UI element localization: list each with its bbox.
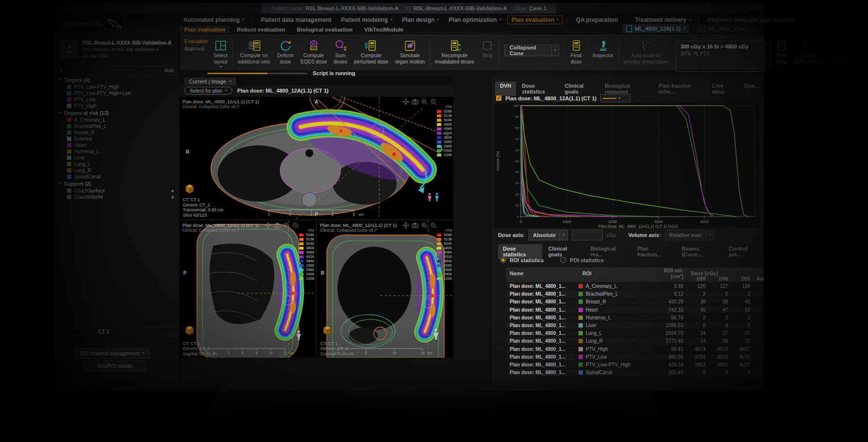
compute-eqd2-button[interactable]: EQD2ComputeEQD2 dose [297,38,330,65]
roi-section-title[interactable]: ▾Targets (4) [54,76,179,84]
dvh-chart[interactable]: 010203040506070809010001000200030004000P… [494,103,760,229]
camera-icon[interactable] [412,98,418,106]
inspector-button[interactable]: Inspector [589,38,617,60]
sidebar-roi-breast-r[interactable]: Breast_R [54,129,179,136]
pan-icon[interactable] [265,222,272,230]
roi-statistics-radio[interactable]: ROI statistics [500,257,544,263]
tab-biological-evaluation[interactable]: Biological evaluation [292,26,357,33]
plan-setup-button[interactable]: Plansetup▾ [772,38,791,70]
orientation-cube-icon[interactable] [184,183,195,195]
poi-statistics-radio[interactable]: POI statistics [560,257,604,263]
zoom-in-icon[interactable] [421,222,428,230]
dvh-tab-line-dose[interactable]: Line dose [707,81,739,96]
stats-tab-beams-curre-[interactable]: Beams (Curre... [677,244,723,259]
table-row[interactable]: Plan dose: ML_4800_1...A_Coronary_L3.391… [506,283,764,290]
table-row[interactable]: Plan dose: ML_4800_1...Humerus_L50.74223 [506,314,764,322]
zoom-out-icon[interactable] [430,98,437,106]
zoom-out-icon[interactable] [430,222,437,230]
export-dvh-button[interactable]: ExportDVH curves [791,38,825,65]
sidebar-roi-brachialplex-l[interactable]: BrachialPlex_L [54,123,179,129]
sidebar-roi-couchinterior[interactable]: CouchInterior★ [54,194,179,200]
zoom-in-icon[interactable] [421,98,428,106]
dose-axis-value-input[interactable] [572,230,603,240]
orientation-cube-icon[interactable] [321,325,333,336]
sidebar-roi-lung-r[interactable]: Lung_R [54,167,179,174]
stats-tab-control-poi-[interactable]: Control poi... [724,244,764,259]
menu-item-qa-preparation[interactable]: QA preparation [572,16,622,24]
compute-additional-sets-button[interactable]: Compute onadditional sets [234,38,273,65]
dvh-tab-qua-[interactable]: Qua... [739,81,764,96]
table-row[interactable]: Plan dose: ML_4800_1...PTV_High58.414574… [506,346,764,353]
sidebar-roi-ptv-low[interactable]: PTV_Low [54,96,179,103]
pan-icon[interactable] [402,222,409,230]
sidebar-roi-ptv-low-ptv-high[interactable]: PTV_Low-PTV_High [54,84,179,90]
tab-robust-evaluation[interactable]: Robust evaluation [232,26,290,33]
menu-item-plan-optimization[interactable]: Plan optimization▾ [445,16,505,24]
sidebar-roi-spinalcanal[interactable]: SpinalCanal [54,174,179,180]
sidebar-roi-liver[interactable]: Liver [54,155,179,161]
sidebar-roi-heart[interactable]: Heart [54,142,179,148]
viewport-axial[interactable]: Plan dose: ML_4800_12A(1.1) (CT 1) Clini… [179,97,453,219]
dose-engine-select[interactable]: Collapsed Cone▾ [504,45,559,56]
tab-plan-evaluation[interactable]: Plan evaluation [179,26,230,33]
menu-item-patient-data-management[interactable]: Patient data management [257,16,335,24]
simulate-organ-motion-button[interactable]: Simulateorgan motion [392,38,428,65]
filter-icon[interactable]: ▾ [60,68,63,73]
dose-axis-select[interactable]: Absolute ▾ [529,230,568,240]
table-row[interactable]: Plan dose: ML_4800_1...Breast_R430.29363… [506,298,764,306]
select-for-plan-button[interactable]: Select for plan▾ [184,87,232,95]
menu-item-regimen-template-specification[interactable]: Regimen template specification [704,16,799,24]
table-row[interactable]: Plan dose: ML_4800_1...Liver1095.53000 [506,322,764,330]
roi-poi-details-button[interactable]: ROI/POI details [83,361,146,371]
menu-item-patient-modeling[interactable]: Patient modeling▾ [337,16,396,24]
roi-material-management-button[interactable]: ROI material management▾ [75,348,149,359]
sidebar-roi-a-coronary-l[interactable]: A_Coronary_L [54,117,179,123]
viewport-sagittal[interactable]: Plan dose: ML_4800_12A(1.1) (CT 1) Clini… [179,221,316,358]
orientation-cube-icon[interactable] [184,325,195,336]
table-row[interactable]: Plan dose: ML_4800_1...PTV_Low-PTV_High4… [506,361,764,369]
recompute-invalidated-button[interactable]: Recomputeinvalidated doses [432,38,478,65]
plan-dose-checkbox[interactable]: ✓ [496,95,501,101]
sidebar-roi-external[interactable]: External [54,136,179,142]
viewport-coronal[interactable]: Plan dose: ML_4800_12A(1.1) (CT 1) Clini… [317,221,453,358]
camera-icon[interactable] [274,222,281,230]
table-row[interactable]: Plan dose: ML_4800_1...Heart742.33454752 [506,306,764,314]
sidebar-roi-ptv-high[interactable]: PTV_High [54,103,179,109]
export-line-doses-button[interactable]: Exportline doses [825,38,855,65]
plan-dropdown[interactable]: ML_4800_12A(1.1) ▾ [622,24,689,33]
sidebar-roi-humerus-l[interactable]: Humerus_L [54,148,179,155]
zoom-out-icon[interactable] [292,222,299,230]
menu-item-plan-evaluation[interactable]: Plan evaluation▾ [507,16,563,24]
table-row[interactable]: Plan dose: ML_4800_1...BrachialPlex_L9.1… [506,290,764,298]
side-tab-evaluation[interactable]: Evaluation [184,38,208,44]
tab-vtktestmodule[interactable]: VtkTestModule [359,26,408,33]
sidebar-roi-couchsurface[interactable]: CouchSurface★ [54,188,179,194]
sidebar-roi-ptv-low-ptv-high-1cm[interactable]: PTV_Low-PTV_High+1cm [54,90,179,96]
sum-doses-button[interactable]: ΣSumdoses [330,38,351,65]
compute-perturbed-button[interactable]: Computeperturbed dose [351,38,392,65]
plan-dropdown-secondary[interactable]: ML_4800_12A(1... [696,24,756,33]
roi-section-title[interactable]: ▾Organs at risk (12) [54,109,179,117]
stop-button[interactable]: Stop [478,38,497,60]
side-tab-approval[interactable]: Approval [184,46,208,51]
table-row[interactable]: Plan dose: ML_4800_1...Lung_R2771.401416… [506,337,764,345]
table-row[interactable]: Plan dose: ML_4800_1...Lung_L2024.702427… [506,330,764,337]
select-layout-button[interactable]: Selectlayout▾ [210,38,231,70]
auto-scale-button[interactable]: RxAuto scale toprimary prescription [620,38,672,65]
table-row[interactable]: Plan dose: ML_4800_1...SpinalCanal101.40… [506,369,764,377]
curve-style-dropdown[interactable]: ▾ [600,94,630,102]
current-image-tab[interactable]: Current | Image▾ [184,78,236,85]
pan-icon[interactable] [402,98,409,106]
menu-item-treatment-delivery[interactable]: Treatment delivery▾ [631,16,694,24]
stats-tab-plan-fraction-[interactable]: Plan fraction... [632,244,676,259]
roi-section-title[interactable]: ▾Support (2) [54,180,179,188]
dvh-tab-plan-fraction-sche-[interactable]: Plan fraction sche... [654,81,707,96]
final-dose-button[interactable]: Finaldose [566,38,586,65]
table-row[interactable]: Plan dose: ML_4800_1...PTV_Low480.053731… [506,353,764,361]
dose-engine-caret[interactable]: ▾ [551,45,559,56]
deform-dose-button[interactable]: Deformdose [273,38,297,65]
volume-axis-select[interactable]: Relative max ▾ [665,230,714,240]
menu-item-plan-design[interactable]: Plan design▾ [398,16,443,24]
menu-item-automated-planning[interactable]: Automated planning▾ [179,16,248,24]
sidebar-roi-lung-l[interactable]: Lung_L [54,161,179,167]
